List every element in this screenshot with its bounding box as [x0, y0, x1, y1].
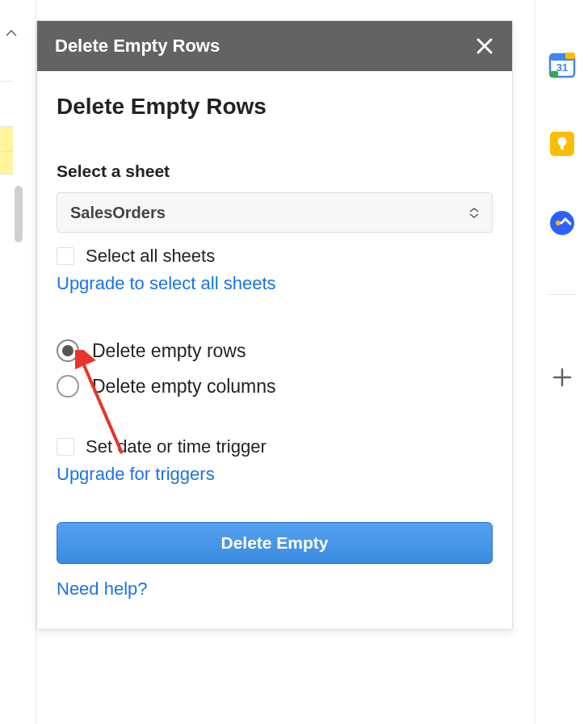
radio-rows-input[interactable]	[57, 339, 79, 362]
svg-point-10	[556, 221, 561, 225]
upgrade-triggers-link[interactable]: Upgrade for triggers	[57, 464, 493, 485]
select-all-label: Select all sheets	[86, 246, 215, 267]
close-icon	[475, 36, 494, 56]
select-all-checkbox[interactable]	[57, 247, 74, 265]
calendar-icon[interactable]: 31	[546, 48, 578, 81]
addon-panel: Delete Empty Rows Delete Empty Rows Sele…	[36, 20, 513, 629]
delete-empty-button[interactable]: Delete Empty	[57, 522, 493, 564]
trigger-row[interactable]: Set date or time trigger	[57, 436, 493, 457]
radio-rows-label: Delete empty rows	[92, 340, 246, 362]
radio-delete-rows[interactable]: Delete empty rows	[57, 339, 493, 362]
close-button[interactable]	[475, 36, 494, 56]
upgrade-sheets-link[interactable]: Upgrade to select all sheets	[57, 273, 493, 294]
radio-delete-columns[interactable]: Delete empty columns	[57, 375, 493, 398]
delete-mode-group: Delete empty rows Delete empty columns	[57, 339, 493, 398]
radio-columns-label: Delete empty columns	[92, 376, 276, 398]
svg-rect-8	[561, 145, 564, 149]
svg-rect-3	[565, 53, 575, 59]
trigger-checkbox[interactable]	[57, 438, 74, 456]
panel-body: Delete Empty Rows Select a sheet SalesOr…	[37, 71, 512, 629]
trigger-label: Set date or time trigger	[86, 436, 267, 457]
sidebar-divider	[548, 294, 577, 295]
panel-header: Delete Empty Rows	[37, 21, 512, 71]
add-button[interactable]	[546, 361, 578, 394]
right-sidebar: 31	[535, 0, 588, 724]
panel-header-title: Delete Empty Rows	[55, 36, 220, 57]
radio-dot-icon	[62, 345, 74, 356]
tasks-icon[interactable]	[546, 207, 578, 239]
select-all-row[interactable]: Select all sheets	[57, 246, 493, 267]
sheet-select-value: SalesOrders	[70, 204, 166, 222]
highlighted-cells	[0, 126, 13, 175]
svg-text:31: 31	[556, 61, 567, 74]
caret-up-icon	[5, 29, 18, 37]
scrollbar-thumb[interactable]	[15, 186, 23, 242]
keep-icon[interactable]	[546, 128, 578, 160]
page-title: Delete Empty Rows	[57, 94, 493, 120]
sheet-select[interactable]: SalesOrders	[57, 192, 493, 233]
radio-columns-input[interactable]	[57, 375, 79, 398]
spreadsheet-left-strip	[0, 0, 36, 724]
plus-icon	[551, 366, 573, 389]
delete-empty-button-label: Delete Empty	[220, 533, 328, 553]
svg-point-7	[557, 137, 566, 146]
help-link[interactable]: Need help?	[57, 579, 493, 600]
select-sheet-label: Select a sheet	[57, 162, 493, 181]
trigger-section: Set date or time trigger Upgrade for tri…	[57, 436, 493, 485]
select-arrows-icon	[469, 208, 479, 218]
